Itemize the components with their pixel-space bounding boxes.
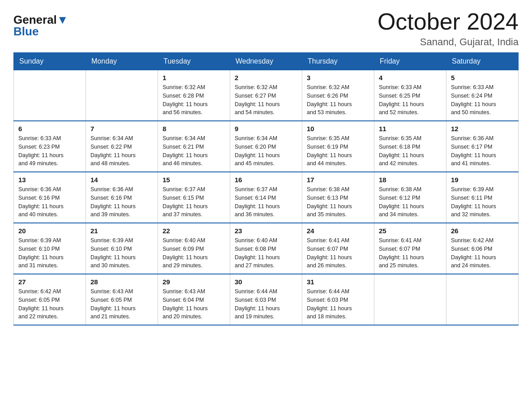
calendar-week-row: 1Sunrise: 6:32 AMSunset: 6:28 PMDaylight…: [14, 70, 519, 121]
day-number: 22: [163, 227, 225, 235]
weekday-header-row: SundayMondayTuesdayWednesdayThursdayFrid…: [14, 53, 519, 70]
calendar-cell: 9Sunrise: 6:34 AMSunset: 6:20 PMDaylight…: [230, 121, 302, 172]
day-number: 3: [307, 74, 369, 81]
day-info: Sunrise: 6:32 AMSunset: 6:26 PMDaylight:…: [307, 83, 369, 117]
day-number: 11: [379, 125, 442, 133]
day-info: Sunrise: 6:40 AMSunset: 6:08 PMDaylight:…: [235, 236, 297, 270]
day-number: 24: [307, 227, 369, 235]
calendar-cell: 12Sunrise: 6:36 AMSunset: 6:17 PMDayligh…: [446, 121, 519, 172]
calendar-cell: 6Sunrise: 6:33 AMSunset: 6:23 PMDaylight…: [14, 121, 86, 172]
day-number: 20: [18, 227, 81, 235]
calendar-cell: 5Sunrise: 6:33 AMSunset: 6:24 PMDaylight…: [446, 70, 519, 121]
calendar-cell: 21Sunrise: 6:39 AMSunset: 6:10 PMDayligh…: [86, 223, 158, 274]
calendar-cell: 28Sunrise: 6:43 AMSunset: 6:05 PMDayligh…: [86, 274, 158, 325]
day-number: 13: [18, 176, 81, 184]
day-number: 19: [451, 176, 514, 184]
calendar-cell: 7Sunrise: 6:34 AMSunset: 6:22 PMDaylight…: [86, 121, 158, 172]
day-info: Sunrise: 6:33 AMSunset: 6:25 PMDaylight:…: [379, 83, 442, 117]
day-number: 25: [379, 227, 442, 235]
day-info: Sunrise: 6:35 AMSunset: 6:19 PMDaylight:…: [307, 134, 369, 168]
calendar-cell: 27Sunrise: 6:42 AMSunset: 6:05 PMDayligh…: [14, 274, 86, 325]
calendar-cell: 20Sunrise: 6:39 AMSunset: 6:10 PMDayligh…: [14, 223, 86, 274]
day-number: 16: [235, 176, 297, 184]
day-info: Sunrise: 6:43 AMSunset: 6:05 PMDaylight:…: [90, 287, 153, 321]
day-info: Sunrise: 6:38 AMSunset: 6:12 PMDaylight:…: [379, 185, 442, 219]
calendar-cell: 30Sunrise: 6:44 AMSunset: 6:03 PMDayligh…: [230, 274, 302, 325]
day-number: 26: [451, 227, 514, 235]
day-info: Sunrise: 6:36 AMSunset: 6:17 PMDaylight:…: [451, 134, 514, 168]
calendar-cell: 15Sunrise: 6:37 AMSunset: 6:15 PMDayligh…: [158, 172, 230, 223]
weekday-header-wednesday: Wednesday: [230, 53, 302, 70]
day-number: 31: [307, 278, 369, 286]
location-title: Sanand, Gujarat, India: [378, 36, 519, 48]
day-number: 12: [451, 125, 514, 133]
day-info: Sunrise: 6:37 AMSunset: 6:15 PMDaylight:…: [163, 185, 225, 219]
logo-blue-text: Blue: [13, 25, 39, 39]
day-info: Sunrise: 6:41 AMSunset: 6:07 PMDaylight:…: [379, 236, 442, 270]
calendar-cell: 17Sunrise: 6:38 AMSunset: 6:13 PMDayligh…: [302, 172, 374, 223]
calendar-week-row: 6Sunrise: 6:33 AMSunset: 6:23 PMDaylight…: [14, 121, 519, 172]
calendar-cell: 29Sunrise: 6:43 AMSunset: 6:04 PMDayligh…: [158, 274, 230, 325]
day-info: Sunrise: 6:34 AMSunset: 6:20 PMDaylight:…: [235, 134, 297, 168]
day-number: 17: [307, 176, 369, 184]
calendar-cell: 31Sunrise: 6:44 AMSunset: 6:03 PMDayligh…: [302, 274, 374, 325]
logo-triangle-icon: ▼: [57, 13, 69, 26]
weekday-header-saturday: Saturday: [446, 53, 519, 70]
calendar-week-row: 20Sunrise: 6:39 AMSunset: 6:10 PMDayligh…: [14, 223, 519, 274]
day-number: 14: [90, 176, 153, 184]
day-info: Sunrise: 6:39 AMSunset: 6:10 PMDaylight:…: [18, 236, 81, 270]
calendar-cell: 4Sunrise: 6:33 AMSunset: 6:25 PMDaylight…: [374, 70, 446, 121]
day-number: 27: [18, 278, 81, 286]
day-info: Sunrise: 6:43 AMSunset: 6:04 PMDaylight:…: [163, 287, 225, 321]
day-number: 15: [163, 176, 225, 184]
calendar-cell: [446, 274, 519, 325]
calendar-cell: 18Sunrise: 6:38 AMSunset: 6:12 PMDayligh…: [374, 172, 446, 223]
day-info: Sunrise: 6:41 AMSunset: 6:07 PMDaylight:…: [307, 236, 369, 270]
calendar-cell: 10Sunrise: 6:35 AMSunset: 6:19 PMDayligh…: [302, 121, 374, 172]
day-info: Sunrise: 6:36 AMSunset: 6:16 PMDaylight:…: [18, 185, 81, 219]
day-info: Sunrise: 6:33 AMSunset: 6:23 PMDaylight:…: [18, 134, 81, 168]
weekday-header-friday: Friday: [374, 53, 446, 70]
calendar-cell: [374, 274, 446, 325]
day-number: 7: [90, 125, 153, 133]
calendar-cell: 25Sunrise: 6:41 AMSunset: 6:07 PMDayligh…: [374, 223, 446, 274]
calendar-cell: [14, 70, 86, 121]
day-number: 2: [235, 74, 297, 81]
day-number: 30: [235, 278, 297, 286]
calendar-week-row: 13Sunrise: 6:36 AMSunset: 6:16 PMDayligh…: [14, 172, 519, 223]
month-title: October 2024: [378, 9, 519, 34]
day-info: Sunrise: 6:39 AMSunset: 6:11 PMDaylight:…: [451, 185, 514, 219]
day-info: Sunrise: 6:42 AMSunset: 6:05 PMDaylight:…: [18, 287, 81, 321]
day-info: Sunrise: 6:38 AMSunset: 6:13 PMDaylight:…: [307, 185, 369, 219]
calendar-cell: 26Sunrise: 6:42 AMSunset: 6:06 PMDayligh…: [446, 223, 519, 274]
calendar-cell: 8Sunrise: 6:34 AMSunset: 6:21 PMDaylight…: [158, 121, 230, 172]
day-number: 6: [18, 125, 81, 133]
day-number: 23: [235, 227, 297, 235]
day-number: 5: [451, 74, 514, 81]
calendar-cell: 11Sunrise: 6:35 AMSunset: 6:18 PMDayligh…: [374, 121, 446, 172]
day-number: 8: [163, 125, 225, 133]
calendar-cell: 1Sunrise: 6:32 AMSunset: 6:28 PMDaylight…: [158, 70, 230, 121]
calendar-cell: 19Sunrise: 6:39 AMSunset: 6:11 PMDayligh…: [446, 172, 519, 223]
day-number: 28: [90, 278, 153, 286]
calendar-cell: 23Sunrise: 6:40 AMSunset: 6:08 PMDayligh…: [230, 223, 302, 274]
day-info: Sunrise: 6:42 AMSunset: 6:06 PMDaylight:…: [451, 236, 514, 270]
weekday-header-monday: Monday: [86, 53, 158, 70]
day-number: 18: [379, 176, 442, 184]
title-block: October 2024 Sanand, Gujarat, India: [378, 9, 519, 48]
weekday-header-thursday: Thursday: [302, 53, 374, 70]
day-number: 21: [90, 227, 153, 235]
day-info: Sunrise: 6:44 AMSunset: 6:03 PMDaylight:…: [235, 287, 297, 321]
day-info: Sunrise: 6:34 AMSunset: 6:22 PMDaylight:…: [90, 134, 153, 168]
logo: General▼ Blue: [13, 9, 69, 39]
day-number: 29: [163, 278, 225, 286]
calendar-cell: 16Sunrise: 6:37 AMSunset: 6:14 PMDayligh…: [230, 172, 302, 223]
page-header: General▼ Blue October 2024 Sanand, Gujar…: [13, 9, 519, 48]
calendar-cell: 2Sunrise: 6:32 AMSunset: 6:27 PMDaylight…: [230, 70, 302, 121]
calendar-cell: 24Sunrise: 6:41 AMSunset: 6:07 PMDayligh…: [302, 223, 374, 274]
day-info: Sunrise: 6:39 AMSunset: 6:10 PMDaylight:…: [90, 236, 153, 270]
weekday-header-sunday: Sunday: [14, 53, 86, 70]
calendar-cell: 3Sunrise: 6:32 AMSunset: 6:26 PMDaylight…: [302, 70, 374, 121]
day-number: 4: [379, 74, 442, 81]
calendar-table: SundayMondayTuesdayWednesdayThursdayFrid…: [13, 52, 519, 325]
